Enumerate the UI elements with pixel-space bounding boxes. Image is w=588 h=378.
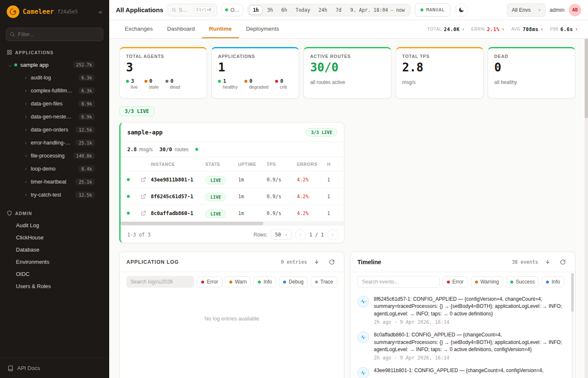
admin-section-header: ADMIN xyxy=(0,205,109,219)
download-icon[interactable] xyxy=(542,257,553,268)
log-filter-trace[interactable]: Trace xyxy=(311,276,337,287)
log-filter-debug[interactable]: Debug xyxy=(279,276,307,287)
count-badge: 25.1k xyxy=(76,139,95,146)
tree-item-error-handling[interactable]: › error-handling-… 25.1k xyxy=(0,136,109,149)
tab-dashboard[interactable]: Dashboard xyxy=(160,20,202,38)
metric-value: 6.6s xyxy=(560,26,573,32)
brand-logo xyxy=(7,5,19,18)
tree-item-label: data-gen-orders xyxy=(31,127,68,133)
log-search[interactable] xyxy=(126,276,194,288)
time-range-3h[interactable]: 3h xyxy=(263,5,277,15)
avatar[interactable]: AD xyxy=(569,4,581,16)
search-icon xyxy=(10,32,15,37)
time-range-today[interactable]: Today xyxy=(292,5,314,15)
tree-item-timer-heartbeat[interactable]: › timer-heartbeat 25.1k xyxy=(0,175,109,188)
stat-card-total-tps: TOTAL TPS 2.8 msg/s xyxy=(396,47,483,99)
breakdown-num: 0 xyxy=(150,78,152,84)
sidebar-filter-input[interactable] xyxy=(6,28,103,41)
stat-card-label: APPLICATIONS xyxy=(218,54,292,59)
tree-item-data-gen-nested[interactable]: › data-gen-neste… 6.9k xyxy=(0,110,109,123)
timeline-event[interactable]: 43ee9811b801-1: CONFIG_APPLIED — {change… xyxy=(357,367,566,378)
online-status-widget[interactable]: O… xyxy=(221,4,243,16)
page-scrollbar[interactable] xyxy=(585,39,588,378)
download-icon[interactable] xyxy=(311,257,322,268)
tree-item-audit-log[interactable]: › audit-log 6.3k xyxy=(0,71,109,84)
sidebar-item-clickhouse[interactable]: ClickHouse xyxy=(0,231,109,244)
content-area: TOTAL AGENTS 3 3live 0stale 0dead APPLIC… xyxy=(109,39,588,378)
app-routes-value: 30/0 xyxy=(160,146,172,152)
log-empty-state: No log entries available xyxy=(120,316,344,322)
metric-total: TOTAL 24.0K ↑ xyxy=(428,26,465,32)
search-icon xyxy=(171,7,176,13)
sidebar-collapse-button[interactable]: « xyxy=(98,8,102,16)
breakdown-label: criti xyxy=(280,84,287,89)
status-dot-green xyxy=(420,8,423,11)
tree-item-try-catch-test[interactable]: › try-catch-test 12.5k xyxy=(0,188,109,201)
event-time: 2h ago · 9 Apr 2026, 16:14 xyxy=(374,355,566,361)
sidebar-item-environments[interactable]: Environments xyxy=(0,256,109,268)
sidebar-item-audit-log[interactable]: Audit Log xyxy=(0,219,109,231)
manual-refresh-button[interactable]: MANUAL xyxy=(415,3,451,17)
time-range-24h[interactable]: 24h xyxy=(315,5,331,15)
timeline-search[interactable] xyxy=(357,276,440,288)
env-select[interactable]: All Envs ▾ xyxy=(507,3,545,17)
tree-item-file-processing[interactable]: › file-processing 140.8k xyxy=(0,149,109,162)
brand-name: Cameleer xyxy=(23,8,54,16)
sidebar-scroll-area: APPLICATIONS ⌄ sample app 252.7k › audit… xyxy=(0,45,109,358)
external-link-icon[interactable] xyxy=(136,194,151,199)
timeline-search-input[interactable] xyxy=(362,279,435,285)
chip-label: Info xyxy=(551,279,560,285)
log-filter-warn[interactable]: Warn xyxy=(225,276,251,287)
tree-item-data-gen-files[interactable]: › data-gen-files 8.9k xyxy=(0,97,109,110)
tab-exchanges[interactable]: Exchanges xyxy=(118,20,160,38)
log-filter-info[interactable]: Info xyxy=(254,276,276,287)
next-page-button[interactable]: › xyxy=(327,229,338,240)
time-range-6h[interactable]: 6h xyxy=(278,5,291,15)
log-entries-count: 0 entries xyxy=(281,259,307,265)
time-range-1h[interactable]: 1h xyxy=(249,5,262,15)
timeline-event[interactable]: 8f6245c61d57-1: CONFIG_APPLIED — {config… xyxy=(357,296,566,325)
tab-deployments[interactable]: Deployments xyxy=(239,20,286,38)
api-docs-link[interactable]: API Docs xyxy=(0,358,109,378)
external-link-icon[interactable] xyxy=(136,210,151,216)
sidebar-item-label: Users & Roles xyxy=(16,283,51,289)
instance-row[interactable]: 8c0affadb860-1 LIVE 1m 0.9/s 4.2% 1 xyxy=(121,205,344,222)
tree-item-data-gen-orders[interactable]: › data-gen-orders 12.5k xyxy=(0,123,109,136)
tree-item-complex-fulfillment[interactable]: › complex-fulfillm… 6.3k xyxy=(0,84,109,97)
scrollbar-thumb[interactable] xyxy=(585,39,588,118)
prev-page-button[interactable]: ‹ xyxy=(295,229,306,240)
right-column: Timeline 38 events xyxy=(350,122,575,378)
date-range-display[interactable]: 9. Apr. 18:04 — now xyxy=(346,7,409,13)
time-range-7d[interactable]: 7d xyxy=(332,5,345,15)
instance-row[interactable]: 8f6245c61d57-1 LIVE 1m 0.9/s 4.2% 1 xyxy=(121,188,344,205)
refresh-icon[interactable] xyxy=(326,257,337,268)
global-search-input[interactable] xyxy=(179,7,192,13)
timeline-scrollbar[interactable] xyxy=(571,273,574,378)
sidebar-item-oidc[interactable]: OIDC xyxy=(0,268,109,280)
sidebar-item-users-roles[interactable]: Users & Roles xyxy=(0,280,109,292)
scrollbar-thumb[interactable] xyxy=(571,273,574,312)
timeline-filter-warning[interactable]: Warning xyxy=(471,276,503,287)
rows-select[interactable]: 50 ▾ xyxy=(271,230,291,240)
timeline-filter-info[interactable]: Info xyxy=(542,276,564,287)
global-search[interactable]: Ctrl+K xyxy=(168,4,217,16)
log-filter-error[interactable]: Error xyxy=(197,276,222,287)
scrollbar-thumb[interactable] xyxy=(121,222,263,225)
breakdown-num: 1 xyxy=(223,78,226,84)
timeline-event[interactable]: 8c0affadb860-1: CONFIG_APPLIED — {change… xyxy=(357,331,566,361)
pulse-icon xyxy=(360,334,366,340)
instance-row[interactable]: 43ee9811b801-1 LIVE 1m 0.9/s 4.2% 1 xyxy=(121,171,344,188)
log-search-input[interactable] xyxy=(131,279,190,285)
refresh-icon[interactable] xyxy=(557,257,568,268)
event-avatar xyxy=(357,367,369,378)
timeline-filter-success[interactable]: Success xyxy=(506,276,539,287)
tab-runtime[interactable]: Runtime xyxy=(202,20,239,38)
theme-toggle-button[interactable] xyxy=(454,3,468,17)
external-link-icon[interactable] xyxy=(136,177,151,182)
horizontal-scrollbar[interactable] xyxy=(121,222,344,225)
stat-breakdown: 1healthy 0degraded 0criti xyxy=(218,78,292,89)
tree-item-sample-app[interactable]: ⌄ sample app 252.7k xyxy=(0,58,109,71)
tree-item-loop-demo[interactable]: › loop-demo 8.4k xyxy=(0,162,109,175)
timeline-filter-error[interactable]: Error xyxy=(443,276,468,287)
sidebar-item-database[interactable]: Database xyxy=(0,244,109,256)
